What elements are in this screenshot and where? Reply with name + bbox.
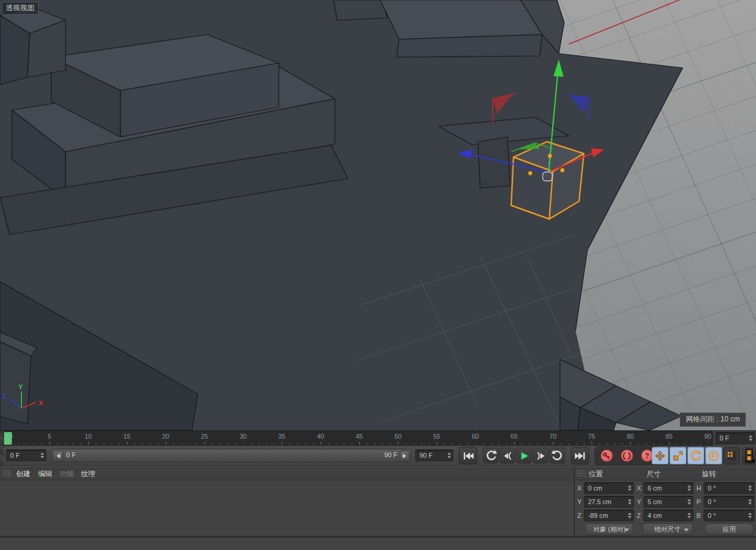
record-position-toggle[interactable] xyxy=(652,447,668,464)
ruler-tick xyxy=(150,443,151,445)
ruler-tick xyxy=(321,442,321,445)
record-keyframe-button[interactable] xyxy=(597,448,616,463)
current-frame-field[interactable]: 0 F xyxy=(6,449,46,461)
slider-right-handle[interactable] xyxy=(400,451,409,461)
rotation-h-field[interactable]: 0 ° xyxy=(704,482,754,494)
coordinates-grip[interactable] xyxy=(577,470,585,477)
ruler-frame-stepper[interactable] xyxy=(749,433,752,443)
parameter-p-icon: P xyxy=(708,450,720,462)
size-z-stepper[interactable] xyxy=(687,510,691,521)
slider-left-handle[interactable] xyxy=(53,451,63,461)
ruler-tick xyxy=(351,443,352,445)
ruler-tick xyxy=(599,443,600,445)
play-loop-button[interactable] xyxy=(549,448,565,464)
ruler-tick xyxy=(11,442,11,445)
ruler-tick xyxy=(166,442,166,445)
ruler-tick xyxy=(398,442,399,445)
ruler-grip[interactable] xyxy=(0,431,4,446)
ruler-tick xyxy=(522,443,522,445)
size-mode-dropdown[interactable]: 绝对尺寸 xyxy=(642,523,693,535)
triad-y-label: Y xyxy=(18,383,23,390)
size-z-field[interactable]: 4 cm xyxy=(643,510,693,521)
ruler-tick xyxy=(34,443,35,445)
end-frame-stepper[interactable] xyxy=(447,450,451,461)
key-icon xyxy=(602,452,611,460)
scene-canvas[interactable]: Y X Z xyxy=(0,0,756,430)
timeline-range-slider[interactable]: 0 F 90 F xyxy=(51,449,411,462)
rotation-b-label: B xyxy=(696,510,704,521)
ruler-frame-field[interactable]: 0 F xyxy=(715,432,755,444)
menu-edit[interactable]: 编辑 xyxy=(38,469,52,479)
gizmo-origin-marker[interactable] xyxy=(543,172,552,181)
ruler-tick xyxy=(328,443,329,445)
next-key-button[interactable] xyxy=(533,448,549,464)
ruler-tick xyxy=(584,443,584,445)
viewport-perspective[interactable]: Y X Z 透视视图 网格间距 : 10 cm xyxy=(0,0,756,430)
ruler-tick xyxy=(646,443,646,445)
ruler-tick xyxy=(228,443,228,445)
autokeying-button[interactable] xyxy=(617,448,636,463)
menu-create[interactable]: 创建 xyxy=(16,469,30,479)
end-frame-field[interactable]: 90 F xyxy=(415,449,453,461)
ruler-tick xyxy=(390,443,391,445)
ruler-tick xyxy=(204,442,205,445)
menu-texture[interactable]: 纹理 xyxy=(81,469,95,479)
goto-start-button[interactable] xyxy=(459,447,477,464)
ruler-tick xyxy=(80,443,81,445)
record-parameter-toggle[interactable]: P xyxy=(705,447,722,464)
ruler-tick xyxy=(158,443,158,445)
rotation-h-stepper[interactable] xyxy=(748,483,752,493)
menu-function[interactable]: 功能 xyxy=(60,469,74,479)
rotation-h-label: H xyxy=(696,482,704,494)
apply-button[interactable]: 应用 xyxy=(704,523,754,535)
ruler-tick xyxy=(421,443,422,445)
rotation-p-field[interactable]: 0 ° xyxy=(704,496,754,508)
gizmo-handle-dot-y[interactable] xyxy=(548,154,552,158)
rotation-b-stepper[interactable] xyxy=(748,510,752,521)
position-x-field[interactable]: 0 cm xyxy=(584,482,634,494)
ruler-tick xyxy=(189,443,189,445)
previous-key-icon xyxy=(501,449,514,462)
size-x-stepper[interactable] xyxy=(687,483,691,493)
transport-grip[interactable] xyxy=(0,446,4,465)
ruler-tick xyxy=(654,443,654,445)
rotation-b-field[interactable]: 0 ° xyxy=(704,510,754,521)
motion-system-button[interactable] xyxy=(742,447,755,464)
menu-grip[interactable] xyxy=(3,470,11,477)
ruler-tick xyxy=(491,443,491,445)
size-y-stepper[interactable] xyxy=(687,496,691,507)
ruler-tick-label: 90 xyxy=(704,433,711,440)
ruler-tick xyxy=(499,443,499,445)
view-label[interactable]: 透视视图 xyxy=(2,2,39,15)
ruler-tick xyxy=(65,443,66,445)
record-rotation-toggle[interactable] xyxy=(687,447,704,464)
ruler-tick-label: 40 xyxy=(317,433,324,440)
skip-to-start-icon xyxy=(462,449,475,462)
play-backward-button[interactable] xyxy=(483,448,499,464)
gizmo-handle-dot-x[interactable] xyxy=(561,168,565,173)
ruler-tick xyxy=(111,443,112,445)
position-x-stepper[interactable] xyxy=(628,483,631,493)
position-y-stepper[interactable] xyxy=(628,496,631,507)
gizmo-handle-dot-z[interactable] xyxy=(528,171,533,176)
ruler-tick-label: 30 xyxy=(239,433,247,440)
position-z-stepper[interactable] xyxy=(628,510,631,521)
ruler-tick-label: 20 xyxy=(162,433,169,440)
ruler-tick xyxy=(615,443,615,445)
ruler-tick xyxy=(359,442,360,445)
size-y-field[interactable]: 5 cm xyxy=(643,496,693,508)
position-y-field[interactable]: 27.5 cm xyxy=(584,496,634,508)
position-z-field[interactable]: -89 cm xyxy=(584,510,634,521)
previous-key-button[interactable] xyxy=(499,448,515,464)
play-button[interactable] xyxy=(516,448,532,464)
goto-end-button[interactable] xyxy=(571,447,589,464)
rotation-p-stepper[interactable] xyxy=(748,496,752,507)
current-frame-stepper[interactable] xyxy=(41,450,44,461)
record-pla-toggle[interactable] xyxy=(723,447,740,464)
record-scale-toggle[interactable] xyxy=(670,447,686,464)
size-x-value: 6 cm xyxy=(648,485,662,492)
timeline-ruler[interactable]: 051015202530354045505560657075808590 0 F xyxy=(0,430,756,446)
coordinate-mode-dropdown[interactable]: 对象 (相对) xyxy=(586,523,633,535)
ruler-tick xyxy=(537,443,538,445)
size-x-field[interactable]: 6 cm xyxy=(643,482,693,494)
